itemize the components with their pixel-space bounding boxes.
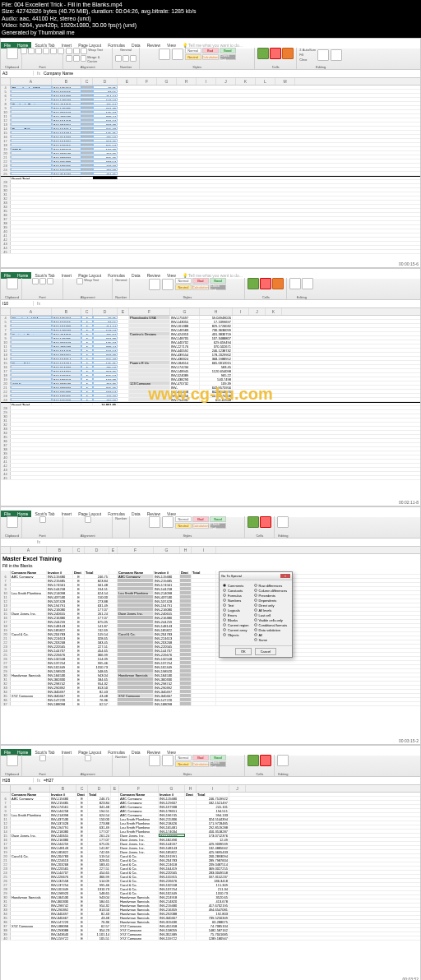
number-format[interactable]: General [120, 48, 132, 52]
italic-icon[interactable] [39, 278, 46, 284]
style-calc[interactable]: Calculation [192, 761, 209, 767]
align-icon[interactable] [85, 516, 91, 523]
fmt-table-icon[interactable] [162, 516, 173, 528]
name-box[interactable]: H28 [1, 778, 34, 783]
radio-direct-only[interactable]: Direct only [254, 603, 287, 608]
radio-formulas[interactable]: Formulas [223, 594, 249, 598]
paste-icon[interactable] [7, 516, 18, 528]
spreadsheet-area-3[interactable]: ABCDEFGHI Master Excel Training Fill in … [1, 547, 420, 744]
style-calculation[interactable]: Calculation [192, 284, 209, 290]
insert-cells-icon[interactable] [257, 48, 269, 59]
insert-icon[interactable] [248, 278, 259, 289]
find-icon[interactable] [302, 278, 313, 289]
style-neutral[interactable]: Neutral [175, 761, 192, 767]
format-cells-icon[interactable] [282, 48, 294, 59]
percent-icon[interactable] [123, 55, 129, 62]
italic-icon[interactable] [28, 48, 35, 54]
conditional-format-icon[interactable] [159, 49, 170, 60]
cond-fmt-icon[interactable] [149, 516, 160, 528]
cancel-button[interactable]: Cancel [255, 648, 276, 655]
underline-icon[interactable] [35, 48, 42, 54]
style-neutral[interactable]: Neutral [175, 523, 192, 529]
radio-data-validation[interactable]: Data validation [254, 628, 287, 632]
format-icon[interactable] [272, 278, 284, 289]
ok-button[interactable]: OK [235, 648, 252, 655]
radio-precedents[interactable]: Precedents [254, 594, 287, 598]
conditional-format-icon[interactable] [149, 279, 160, 290]
underline-icon[interactable] [47, 278, 53, 284]
radio-same[interactable]: Same [254, 638, 287, 642]
name-box[interactable]: I10 [1, 301, 34, 306]
table-row[interactable]: 37INV-188098E62.57INV-188098 [1, 702, 420, 706]
format-table-icon[interactable] [162, 279, 173, 290]
wrap-text[interactable]: Wrap Text [84, 278, 99, 284]
delete-icon[interactable] [260, 755, 271, 766]
wrap-text[interactable]: Wrap Text [88, 48, 103, 54]
radio-blanks[interactable]: Blanks [223, 618, 249, 622]
radio-current-region[interactable]: Current region [223, 623, 249, 627]
style-bad[interactable]: Bad [192, 278, 209, 284]
align-right-icon[interactable] [81, 55, 87, 62]
radio-row-differences[interactable]: Row differences [254, 584, 287, 588]
align-mid-icon[interactable] [73, 48, 80, 54]
clear-button[interactable]: Clear [299, 58, 316, 62]
delete-icon[interactable] [260, 278, 271, 289]
table-row[interactable]: 40INV-159722E105.51XYZ CompanyINV-159722… [1, 936, 420, 941]
radio-constants[interactable]: Constants [223, 589, 249, 593]
style-neutral[interactable]: Neutral [185, 54, 201, 60]
format-table-icon[interactable] [172, 49, 183, 60]
radio-objects[interactable]: Objects [223, 633, 249, 637]
fill-button[interactable]: Fill [299, 53, 316, 57]
cond-fmt-icon[interactable] [149, 755, 160, 766]
radio-dependents[interactable]: Dependents [254, 599, 287, 603]
style-check[interactable]: Check Cell [210, 523, 226, 529]
style-neutral[interactable]: Neutral [175, 284, 192, 290]
sort-filter-icon[interactable] [317, 49, 329, 61]
radio-current-array[interactable]: Current array [223, 628, 249, 632]
number-format[interactable]: General [115, 278, 127, 282]
insert-icon[interactable] [248, 516, 259, 528]
radio-last-cell[interactable]: Last cell [254, 613, 287, 617]
fmt-table-icon[interactable] [162, 755, 173, 766]
paste-icon[interactable] [7, 755, 18, 766]
style-normal[interactable]: Normal [175, 516, 192, 522]
find-icon[interactable] [277, 755, 289, 766]
find-select-icon[interactable] [331, 49, 342, 61]
radio-numbers[interactable]: Numbers [223, 599, 249, 603]
radio-column-differences[interactable]: Column differences [254, 589, 287, 593]
find-icon[interactable] [277, 516, 289, 528]
fill-color-icon[interactable] [50, 48, 57, 54]
style-calculation[interactable]: Calculation [202, 54, 219, 60]
font-icon[interactable] [39, 755, 46, 761]
style-check[interactable]: Check Cell [210, 761, 226, 767]
spreadsheet-area-2[interactable]: ABCDE FGH IJK 4Phonobooks USAINV-175697E… [1, 308, 420, 480]
radio-conditional-formats[interactable]: Conditional formats [254, 623, 287, 627]
style-bad[interactable]: Bad [192, 516, 209, 522]
style-normal[interactable]: Normal [175, 278, 192, 284]
align-left-icon[interactable] [66, 55, 72, 62]
sort-icon[interactable] [289, 278, 301, 289]
style-bad[interactable]: Bad [202, 48, 219, 53]
align-bot-icon[interactable] [81, 48, 87, 54]
currency-icon[interactable] [115, 55, 122, 62]
radio-all-levels[interactable]: All levels [254, 608, 287, 612]
align-icon[interactable] [76, 278, 83, 284]
formula-input[interactable]: Company Name [44, 71, 73, 76]
comma-icon[interactable] [130, 55, 136, 62]
paste-icon[interactable] [7, 48, 18, 59]
spreadsheet-area[interactable]: A B C D E F G H I J K L M 4Phonobooks US… [1, 78, 420, 254]
radio-all[interactable]: All [254, 633, 287, 637]
delete-icon[interactable] [260, 516, 271, 528]
spreadsheet-area-4[interactable]: ABCDEFGHIJ Company NameInvoice #DeptTota… [1, 785, 420, 980]
bold-icon[interactable] [21, 48, 27, 54]
autosum-button[interactable]: Σ AutoSum [299, 48, 316, 52]
radio-logicals[interactable]: Logicals [223, 608, 249, 612]
align-top-icon[interactable] [66, 48, 72, 54]
bold-icon[interactable] [32, 278, 39, 284]
radio-text[interactable]: Text [223, 603, 249, 608]
style-bad[interactable]: Bad [192, 755, 209, 760]
formula-input[interactable]: =H27 [44, 778, 53, 783]
fx-icon[interactable]: fx [34, 71, 44, 76]
style-normal[interactable]: Normal [185, 48, 201, 53]
radio-errors[interactable]: Errors [223, 613, 249, 617]
